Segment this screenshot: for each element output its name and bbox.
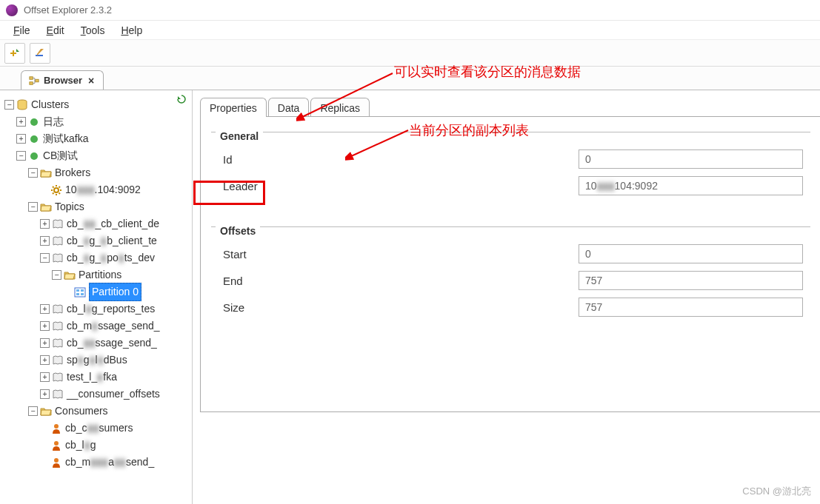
expander-icon[interactable]: + <box>16 117 26 127</box>
tree-topic-item[interactable]: +cb_l▮g_reports_tes <box>4 300 192 317</box>
svg-rect-1 <box>13 50 14 56</box>
tree-partition-0[interactable]: Partition 0 <box>4 283 192 300</box>
tree-topic-item[interactable]: +cb_▮g_▮b_client_te <box>4 232 192 249</box>
tree-label: Consumers <box>55 403 108 420</box>
tree-cluster-cb-test[interactable]: − CB测试 <box>4 147 192 164</box>
expander-icon[interactable]: + <box>40 219 50 229</box>
tree-label: Clusters <box>31 96 69 113</box>
window-title: Offset Explorer 2.3.2 <box>24 4 112 16</box>
tree-brokers[interactable]: − Brokers <box>4 164 192 181</box>
expander-icon[interactable]: + <box>40 338 50 348</box>
tree-label: cb_▮▮_cb_client_de <box>67 215 159 232</box>
tree-root-clusters[interactable]: − Clusters <box>4 96 192 113</box>
person-icon <box>50 457 62 468</box>
tab-content-properties: General Id 0 Leader 10▮▮▮104:9092 Offset… <box>200 116 820 412</box>
svg-line-18 <box>59 187 61 188</box>
book-icon <box>52 320 64 332</box>
tree: − Clusters + 日志 + 测试kafka − CB测试 <box>0 90 192 471</box>
tree-cluster-test-kafka[interactable]: + 测试kafka <box>4 130 192 147</box>
refresh-icon[interactable] <box>176 93 187 105</box>
menu-help[interactable]: Help <box>113 23 150 38</box>
tree-label: sp▮g▮l▮dBus <box>67 352 127 369</box>
svg-rect-20 <box>76 289 79 292</box>
expander-icon[interactable]: + <box>40 321 50 331</box>
toolbar <box>0 40 820 67</box>
tree-cluster-logs[interactable]: + 日志 <box>4 113 192 130</box>
book-icon <box>52 252 64 264</box>
tree-label: cb_▮g_▮po▮ts_dev <box>67 249 155 266</box>
expander-icon[interactable]: − <box>28 406 38 416</box>
tree-consumers[interactable]: −Consumers <box>4 403 192 420</box>
tree-label: cb_m▮▮▮a▮▮send_ <box>65 454 154 471</box>
tree-label: Topics <box>55 198 84 215</box>
tree-label: test_l_▮fka <box>67 369 117 386</box>
tree-topic-item[interactable]: +__consumer_offsets <box>4 386 192 403</box>
tree-topics[interactable]: − Topics <box>4 198 192 215</box>
expander-icon[interactable]: + <box>40 389 50 399</box>
partition-icon <box>74 286 86 298</box>
tree-consumer-item[interactable]: cb_c▮▮sumers <box>4 420 192 437</box>
tabs-row: Properties Data Replicas <box>200 98 820 117</box>
person-icon <box>50 423 62 434</box>
svg-point-7 <box>30 118 38 126</box>
menu-tools[interactable]: Tools <box>73 23 113 38</box>
tree-topic-item[interactable]: +cb_m▮ssage_send_ <box>4 317 192 335</box>
expander-icon[interactable]: + <box>16 134 26 144</box>
tree-partitions[interactable]: −Partitions <box>4 266 192 283</box>
expander-icon[interactable]: − <box>16 151 26 161</box>
tree-topic-item[interactable]: +cb_▮▮ssage_send_ <box>4 335 192 352</box>
svg-rect-23 <box>81 293 84 295</box>
menu-file[interactable]: File <box>6 23 38 38</box>
expander-icon[interactable]: − <box>28 168 38 178</box>
tree-label: cb_c▮▮sumers <box>65 420 133 437</box>
expander-icon[interactable]: − <box>4 100 14 110</box>
folder-open-icon <box>40 406 52 417</box>
book-icon <box>52 303 64 315</box>
menubar: File Edit Tools Help <box>0 21 820 40</box>
svg-point-25 <box>54 441 59 446</box>
tree-topic-item[interactable]: +test_l_▮fka <box>4 369 192 386</box>
person-icon <box>50 440 62 451</box>
toolbar-add-button[interactable] <box>4 43 25 64</box>
browser-tab-close[interactable]: × <box>87 75 96 87</box>
book-icon <box>52 235 64 247</box>
tree-label: 10▮▮▮.104:9092 <box>65 181 141 198</box>
expander-icon[interactable]: + <box>40 236 50 246</box>
expander-icon[interactable]: − <box>40 253 50 263</box>
menu-edit[interactable]: Edit <box>39 23 72 38</box>
tree-label: cb_▮▮ssage_send_ <box>67 335 157 352</box>
svg-rect-4 <box>30 81 33 84</box>
book-icon <box>52 389 64 400</box>
svg-point-10 <box>54 188 59 192</box>
tree-broker-item[interactable]: 10▮▮▮.104:9092 <box>4 181 192 198</box>
tree-topic-item[interactable]: +cb_▮▮_cb_client_de <box>4 215 192 232</box>
expander-icon[interactable]: + <box>40 372 50 382</box>
titlebar: Offset Explorer 2.3.2 <box>0 0 820 21</box>
folder-open-icon <box>64 269 76 281</box>
expander-icon[interactable]: − <box>28 202 38 212</box>
tree-consumer-item[interactable]: cb_m▮▮▮a▮▮send_ <box>4 454 192 471</box>
tree-label: 日志 <box>43 113 64 130</box>
toolbar-edit-button[interactable] <box>30 43 50 64</box>
svg-point-26 <box>54 458 59 463</box>
expander-icon[interactable]: − <box>52 270 61 280</box>
svg-point-9 <box>30 152 38 160</box>
tree-topic-item[interactable]: +sp▮g▮l▮dBus <box>4 352 192 369</box>
tree-consumer-item[interactable]: cb_l▮g <box>4 437 192 454</box>
tree-label: cb_l▮g <box>65 437 96 454</box>
tree-label: cb_▮g_▮b_client_te <box>67 232 157 249</box>
svg-point-24 <box>54 424 59 429</box>
expander-icon[interactable]: + <box>40 304 50 314</box>
browser-tab[interactable]: Browser × <box>21 70 104 90</box>
watermark: CSDN @游北亮 <box>742 485 811 498</box>
tab-properties[interactable]: Properties <box>200 98 267 117</box>
app-icon <box>6 4 18 16</box>
tree-topic-item-expanded[interactable]: −cb_▮g_▮po▮ts_dev <box>4 249 192 266</box>
tree-label: cb_m▮ssage_send_ <box>67 317 160 335</box>
fieldset-title: Offsets <box>216 225 260 237</box>
folder-open-icon <box>40 201 52 213</box>
expander-icon[interactable]: + <box>40 355 50 365</box>
tree-label: cb_l▮g_reports_tes <box>67 300 155 317</box>
svg-line-16 <box>59 192 61 194</box>
tree-label: 测试kafka <box>43 130 88 147</box>
